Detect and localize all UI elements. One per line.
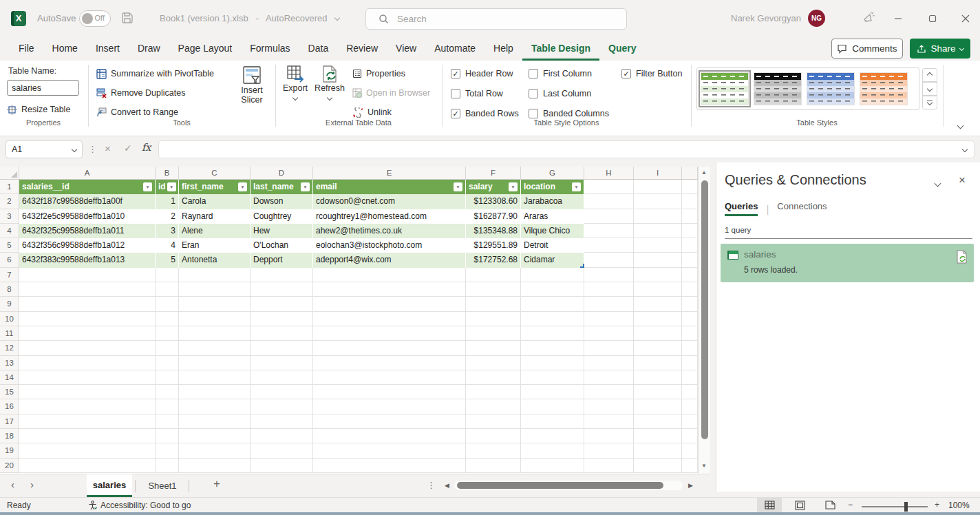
column-header-h[interactable]: H: [584, 167, 634, 179]
export-button[interactable]: Export: [279, 65, 311, 100]
cell[interactable]: 1: [156, 194, 179, 209]
header-cell[interactable]: first_name▼: [179, 180, 251, 194]
row-header[interactable]: 10: [0, 312, 19, 326]
table-style-swatch-blue[interactable]: [807, 72, 855, 105]
last-column-checkbox[interactable]: Last Column: [529, 89, 591, 98]
ribbon-tab-file[interactable]: File: [10, 37, 43, 61]
cell[interactable]: 6432f2e5c99588deffb1a010: [19, 209, 156, 224]
normal-view-button[interactable]: [757, 498, 782, 512]
gallery-scroll-down-button[interactable]: [922, 82, 937, 96]
cell[interactable]: Alene: [179, 224, 251, 238]
row-header[interactable]: 2: [0, 194, 19, 209]
row-header[interactable]: 19: [0, 443, 19, 458]
next-sheet-arrow-icon[interactable]: ›: [30, 479, 34, 490]
ribbon-tab-view[interactable]: View: [387, 37, 425, 61]
search-input[interactable]: [397, 14, 604, 24]
cell[interactable]: eolochan3@istockphoto.com: [313, 238, 466, 253]
cell[interactable]: $135348.88: [466, 224, 521, 238]
accessibility-status[interactable]: Accessibility: Good to go: [88, 501, 191, 510]
resize-table-button[interactable]: Resize Table: [7, 102, 70, 117]
row-header[interactable]: 16: [0, 399, 19, 414]
cell[interactable]: cdowson0@cnet.com: [313, 194, 466, 209]
name-box[interactable]: A1: [6, 140, 83, 158]
row-header[interactable]: 20: [0, 459, 19, 473]
column-header-i[interactable]: I: [634, 167, 682, 179]
tab-queries[interactable]: Queries: [725, 201, 758, 216]
filter-dropdown-icon[interactable]: ▼: [572, 182, 581, 191]
cell[interactable]: Raynard: [179, 209, 251, 224]
cell[interactable]: 6432f325c99588deffb1a011: [19, 224, 156, 238]
namebox-chevron-down-icon[interactable]: [72, 147, 77, 152]
cell[interactable]: ahew2@thetimes.co.uk: [313, 224, 466, 238]
new-sheet-button[interactable]: +: [213, 477, 220, 491]
gallery-scroll-up-button[interactable]: [922, 68, 937, 82]
ribbon-tab-formulas[interactable]: Formulas: [241, 37, 299, 61]
autosave-toggle[interactable]: Off: [79, 10, 111, 27]
query-item-salaries[interactable]: salaries 5 rows loaded.: [721, 244, 974, 282]
vertical-scrollbar[interactable]: ▲ ▼: [698, 167, 710, 474]
row-header[interactable]: 14: [0, 370, 19, 385]
column-header-b[interactable]: B: [156, 167, 179, 179]
sheet-tab-salaries[interactable]: salaries: [87, 474, 132, 497]
pane-collapse-chevron-icon[interactable]: [935, 178, 940, 188]
ribbon-tab-draw[interactable]: Draw: [129, 37, 169, 61]
formula-bar-expand-chevron-icon[interactable]: [962, 147, 968, 152]
table-style-swatch-green[interactable]: [701, 72, 749, 105]
header-cell[interactable]: salaries__id▼: [19, 180, 156, 194]
page-break-preview-button[interactable]: [818, 498, 842, 512]
select-all-corner[interactable]: [0, 167, 19, 180]
filter-dropdown-icon[interactable]: ▼: [301, 182, 310, 191]
cell[interactable]: Antonetta: [179, 253, 251, 267]
filter-dropdown-icon[interactable]: ▼: [454, 182, 462, 191]
header-cell[interactable]: email▼: [313, 180, 466, 194]
cell[interactable]: Depport: [251, 253, 313, 267]
row-header[interactable]: 3: [0, 209, 19, 224]
cell[interactable]: rcoughtrey1@homestead.com: [313, 209, 466, 224]
zoom-in-button[interactable]: +: [935, 500, 939, 509]
row-header[interactable]: 4: [0, 224, 19, 238]
filter-dropdown-icon[interactable]: ▼: [143, 182, 152, 191]
page-layout-view-button[interactable]: [787, 498, 812, 512]
cell[interactable]: Dowson: [251, 194, 313, 209]
first-column-checkbox[interactable]: First Column: [529, 69, 592, 78]
minimize-button[interactable]: [886, 8, 910, 29]
title-chevron-down-icon[interactable]: [334, 15, 340, 21]
ribbon-tab-insert[interactable]: Insert: [87, 37, 129, 61]
close-button[interactable]: [954, 8, 977, 29]
column-header-a[interactable]: A: [19, 167, 156, 179]
cell[interactable]: Coughtrey: [251, 209, 313, 224]
ribbon-tab-help[interactable]: Help: [484, 37, 522, 61]
row-header[interactable]: 7: [0, 268, 19, 282]
cell[interactable]: 5: [156, 253, 179, 267]
vertical-scroll-thumb[interactable]: [701, 180, 708, 439]
column-header-g[interactable]: G: [521, 167, 584, 179]
column-header-e[interactable]: E: [313, 167, 466, 179]
unlink-button[interactable]: Unlink: [352, 105, 392, 120]
ribbon-tab-home[interactable]: Home: [43, 37, 87, 61]
scroll-up-arrow-icon[interactable]: ▲: [701, 169, 707, 176]
header-cell[interactable]: last_name▼: [251, 180, 313, 194]
scroll-left-arrow-icon[interactable]: ◀: [445, 482, 449, 489]
pane-close-icon[interactable]: ×: [959, 174, 966, 187]
header-cell[interactable]: location▼: [521, 180, 584, 194]
convert-to-range-button[interactable]: Convert to Range: [96, 105, 178, 120]
ribbon-tab-table-design[interactable]: Table Design: [522, 37, 599, 61]
cell[interactable]: 2: [156, 209, 179, 224]
banded-rows-checkbox[interactable]: ✓ Banded Rows: [451, 109, 519, 118]
cell[interactable]: Eran: [179, 238, 251, 253]
filter-button-checkbox[interactable]: ✓ Filter Button: [621, 69, 682, 78]
cell[interactable]: Vilque Chico: [521, 224, 584, 238]
horizontal-scroll-thumb[interactable]: [457, 482, 663, 489]
cell[interactable]: 3: [156, 224, 179, 238]
row-header[interactable]: 8: [0, 282, 19, 297]
cell[interactable]: 4: [156, 238, 179, 253]
zoom-slider[interactable]: [862, 506, 928, 507]
filter-dropdown-icon[interactable]: ▼: [167, 182, 176, 191]
row-header[interactable]: 6: [0, 253, 19, 267]
remove-duplicates-button[interactable]: Remove Duplicates: [96, 85, 185, 101]
tab-connections[interactable]: Connections: [777, 201, 827, 216]
cell[interactable]: Detroit: [521, 238, 584, 253]
cell[interactable]: 6432f356c99588deffb1a012: [19, 238, 156, 253]
cell[interactable]: adepport4@wix.com: [313, 253, 466, 267]
cell[interactable]: $162877.90: [466, 209, 521, 224]
